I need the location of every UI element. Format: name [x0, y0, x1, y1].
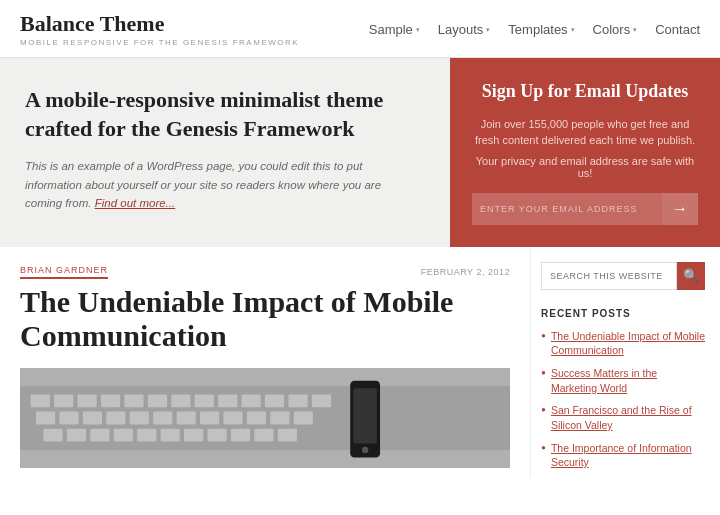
blog-area: Brian Gardner February 2, 2012 The Unden… — [0, 247, 530, 479]
nav-label-layouts: Layouts — [438, 22, 484, 37]
svg-rect-39 — [353, 388, 376, 443]
search-button[interactable]: 🔍 — [677, 262, 705, 290]
recent-post-link[interactable]: Success Matters in the Marketing World — [551, 366, 705, 395]
svg-rect-15 — [36, 411, 55, 424]
svg-rect-4 — [78, 394, 97, 407]
nav-label-contact: Contact — [655, 22, 700, 37]
recent-post-link[interactable]: The Importance of Information Security — [551, 441, 705, 470]
nav-item-colors[interactable]: Colors ▾ — [593, 22, 638, 37]
email-form: → — [472, 193, 698, 225]
svg-rect-31 — [137, 428, 156, 441]
svg-rect-27 — [43, 428, 62, 441]
email-input[interactable] — [472, 193, 662, 225]
svg-rect-13 — [288, 394, 307, 407]
svg-rect-2 — [31, 394, 50, 407]
svg-rect-28 — [67, 428, 86, 441]
post-meta: Brian Gardner February 2, 2012 — [20, 265, 510, 279]
svg-rect-25 — [270, 411, 289, 424]
email-signup-description: Join over 155,000 people who get free an… — [472, 116, 698, 149]
list-item: • The Undeniable Impact of Mobile Commun… — [541, 329, 705, 358]
svg-rect-35 — [231, 428, 250, 441]
svg-rect-26 — [294, 411, 313, 424]
svg-rect-21 — [177, 411, 196, 424]
site-title: Balance Theme — [20, 12, 299, 36]
nav-label-templates: Templates — [508, 22, 567, 37]
svg-rect-16 — [59, 411, 78, 424]
svg-rect-8 — [171, 394, 190, 407]
post-image-svg — [20, 368, 510, 468]
hero-section: A mobile-responsive minimalist theme cra… — [0, 58, 720, 246]
main-navigation: Sample ▾ Layouts ▾ Templates ▾ Colors ▾ … — [369, 22, 700, 37]
svg-rect-36 — [254, 428, 273, 441]
site-branding: Balance Theme Mobile Responsive for the … — [20, 12, 299, 47]
nav-item-templates[interactable]: Templates ▾ — [508, 22, 574, 37]
hero-find-out-more-link[interactable]: Find out more... — [95, 197, 176, 209]
site-header: Balance Theme Mobile Responsive for the … — [0, 0, 720, 58]
svg-rect-3 — [54, 394, 73, 407]
svg-rect-10 — [218, 394, 237, 407]
list-item: • The Importance of Information Security — [541, 441, 705, 470]
nav-arrow-layouts: ▾ — [486, 26, 490, 34]
svg-rect-23 — [223, 411, 242, 424]
svg-rect-11 — [242, 394, 261, 407]
post-image — [20, 368, 510, 468]
nav-item-layouts[interactable]: Layouts ▾ — [438, 22, 491, 37]
svg-rect-7 — [148, 394, 167, 407]
svg-rect-29 — [90, 428, 109, 441]
nav-arrow-sample: ▾ — [416, 26, 420, 34]
nav-arrow-templates: ▾ — [571, 26, 575, 34]
svg-rect-18 — [106, 411, 125, 424]
hero-heading: A mobile-responsive minimalist theme cra… — [25, 86, 420, 143]
email-signup-panel: Sign Up for Email Updates Join over 155,… — [450, 58, 720, 246]
post-author: Brian Gardner — [20, 265, 108, 279]
search-box: 🔍 — [541, 262, 705, 290]
recent-posts-list: • The Undeniable Impact of Mobile Commun… — [541, 329, 705, 471]
recent-posts-heading: Recent Posts — [541, 308, 705, 319]
recent-post-link[interactable]: San Francisco and the Rise of Silicon Va… — [551, 403, 705, 432]
nav-label-sample: Sample — [369, 22, 413, 37]
email-signup-title: Sign Up for Email Updates — [482, 80, 689, 103]
svg-rect-33 — [184, 428, 203, 441]
post-date: February 2, 2012 — [421, 267, 510, 277]
svg-rect-32 — [161, 428, 180, 441]
site-tagline: Mobile Responsive for the Genesis Framew… — [20, 38, 299, 47]
bullet-icon: • — [541, 442, 546, 456]
search-input[interactable] — [541, 262, 677, 290]
hero-text: This is an example of a WordPress page, … — [25, 157, 420, 212]
bullet-icon: • — [541, 367, 546, 381]
svg-rect-20 — [153, 411, 172, 424]
hero-content: A mobile-responsive minimalist theme cra… — [0, 58, 450, 246]
svg-point-40 — [362, 446, 368, 452]
list-item: • Success Matters in the Marketing World — [541, 366, 705, 395]
search-icon: 🔍 — [683, 268, 699, 283]
svg-rect-17 — [83, 411, 102, 424]
svg-rect-30 — [114, 428, 133, 441]
nav-item-contact[interactable]: Contact — [655, 22, 700, 37]
svg-rect-14 — [312, 394, 331, 407]
nav-arrow-colors: ▾ — [633, 26, 637, 34]
svg-rect-22 — [200, 411, 219, 424]
main-content: Brian Gardner February 2, 2012 The Unden… — [0, 247, 720, 479]
svg-rect-19 — [130, 411, 149, 424]
svg-rect-37 — [278, 428, 297, 441]
nav-item-sample[interactable]: Sample ▾ — [369, 22, 420, 37]
svg-rect-12 — [265, 394, 284, 407]
svg-rect-5 — [101, 394, 120, 407]
list-item: • San Francisco and the Rise of Silicon … — [541, 403, 705, 432]
email-submit-button[interactable]: → — [662, 193, 698, 225]
bullet-icon: • — [541, 404, 546, 418]
post-title: The Undeniable Impact of Mobile Communic… — [20, 285, 510, 354]
svg-rect-9 — [195, 394, 214, 407]
email-signup-privacy: Your privacy and email address are safe … — [472, 155, 698, 179]
svg-rect-6 — [124, 394, 143, 407]
bullet-icon: • — [541, 330, 546, 344]
recent-post-link[interactable]: The Undeniable Impact of Mobile Communic… — [551, 329, 705, 358]
svg-rect-24 — [247, 411, 266, 424]
sidebar: 🔍 Recent Posts • The Undeniable Impact o… — [530, 247, 720, 479]
nav-label-colors: Colors — [593, 22, 631, 37]
svg-rect-34 — [207, 428, 226, 441]
